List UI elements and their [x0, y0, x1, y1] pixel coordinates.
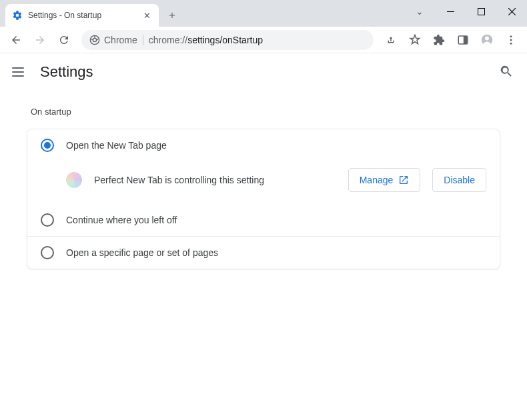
- omnibox-divider: [143, 35, 143, 45]
- profile-icon[interactable]: [476, 29, 498, 51]
- settings-gear-icon: [12, 10, 23, 21]
- svg-point-8: [510, 35, 512, 37]
- bookmark-icon[interactable]: [404, 29, 426, 51]
- window-minimize-button[interactable]: [435, 0, 466, 23]
- security-chip: Chrome: [89, 35, 137, 45]
- window-controls: ⌄: [404, 0, 527, 23]
- option-specific-pages[interactable]: Open a specific page or set of pages: [27, 236, 500, 269]
- new-tab-button[interactable]: [163, 6, 181, 25]
- radio-icon[interactable]: [41, 246, 54, 259]
- reload-button[interactable]: [53, 29, 75, 51]
- extension-message: Perfect New Tab is controlling this sett…: [94, 175, 336, 185]
- svg-point-9: [510, 39, 512, 41]
- extension-icon: [66, 172, 82, 188]
- share-icon[interactable]: [380, 29, 402, 51]
- option-label: Open a specific page or set of pages: [66, 247, 486, 258]
- option-new-tab[interactable]: Open the New Tab page: [27, 129, 500, 161]
- svg-rect-1: [478, 8, 484, 15]
- disable-button[interactable]: Disable: [432, 168, 486, 192]
- page-title: Settings: [40, 63, 487, 81]
- radio-icon[interactable]: [41, 139, 54, 152]
- tab-search-icon[interactable]: ⌄: [404, 0, 435, 23]
- svg-point-10: [510, 42, 512, 44]
- address-bar[interactable]: Chrome chrome://settings/onStartup: [81, 30, 374, 50]
- side-panel-icon[interactable]: [452, 29, 474, 51]
- window-close-button[interactable]: [496, 0, 527, 23]
- browser-tab[interactable]: Settings - On startup ✕: [5, 4, 159, 27]
- chrome-logo-icon: [89, 35, 100, 45]
- svg-rect-0: [447, 11, 454, 12]
- browser-toolbar: Chrome chrome://settings/onStartup: [0, 27, 527, 53]
- open-in-new-icon: [398, 175, 409, 185]
- chrome-menu-icon[interactable]: [500, 29, 522, 51]
- extensions-icon[interactable]: [428, 29, 450, 51]
- svg-point-7: [485, 36, 489, 40]
- settings-app-bar: Settings: [0, 53, 527, 91]
- option-label: Open the New Tab page: [66, 140, 486, 151]
- option-continue[interactable]: Continue where you left off: [27, 204, 500, 236]
- radio-icon[interactable]: [41, 213, 54, 227]
- close-tab-icon[interactable]: ✕: [141, 10, 152, 21]
- window-maximize-button[interactable]: [466, 0, 496, 23]
- settings-content: On startup Open the New Tab page Perfect…: [0, 91, 527, 285]
- hamburger-menu-icon[interactable]: [12, 64, 28, 80]
- tab-title: Settings - On startup: [28, 11, 136, 20]
- back-button[interactable]: [5, 29, 27, 51]
- search-icon[interactable]: [499, 64, 515, 80]
- tab-strip: Settings - On startup ✕ ⌄: [0, 0, 527, 27]
- svg-point-3: [93, 38, 96, 41]
- option-label: Continue where you left off: [66, 215, 486, 225]
- security-label: Chrome: [104, 35, 137, 45]
- forward-button: [29, 29, 51, 51]
- svg-rect-5: [464, 36, 468, 44]
- url-text: chrome://settings/onStartup: [149, 35, 263, 45]
- extension-notice-row: Perfect New Tab is controlling this sett…: [27, 161, 500, 204]
- manage-button[interactable]: Manage: [348, 168, 421, 192]
- section-heading: On startup: [27, 107, 500, 117]
- startup-options-card: Open the New Tab page Perfect New Tab is…: [27, 129, 500, 269]
